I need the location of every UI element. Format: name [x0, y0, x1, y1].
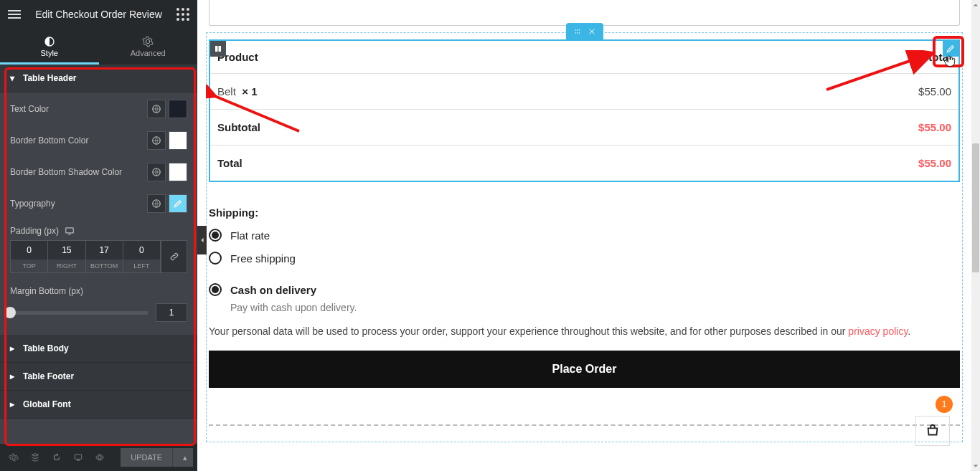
border-bottom-shadow-color-swatch[interactable]	[169, 163, 187, 181]
update-dropdown[interactable]: ▴	[172, 448, 193, 467]
global-color-icon[interactable]	[147, 131, 166, 150]
responsive-icon[interactable]	[65, 226, 75, 236]
apps-icon[interactable]	[174, 6, 192, 23]
tab-advanced-label: Advanced	[131, 49, 166, 57]
svg-point-2	[187, 8, 189, 11]
svg-rect-24	[215, 46, 218, 52]
radio-icon	[209, 229, 222, 242]
privacy-policy-link[interactable]: privacy policy	[848, 325, 908, 337]
checkout-order-review-widget[interactable]: Product Subtotal Belt × 1 $55.00 Subtota…	[209, 39, 960, 182]
radio-icon	[209, 252, 222, 265]
caret-down-icon: ▾	[10, 73, 17, 83]
history-icon[interactable]	[47, 448, 66, 467]
add-section-divider[interactable]	[209, 424, 960, 426]
svg-point-18	[575, 29, 576, 31]
cart-button[interactable]	[915, 416, 950, 446]
svg-point-8	[187, 18, 189, 21]
padding-link-toggle[interactable]	[161, 241, 187, 272]
svg-point-3	[176, 13, 179, 16]
section-table-header-content: Text Color Border Bottom Color Border Bo…	[0, 92, 197, 335]
sidebar-header: Edit Checkout Order Review	[0, 0, 197, 29]
shipping-flat-rate[interactable]: Flat rate	[209, 229, 960, 242]
opt-border-bottom-color: Border Bottom Color	[10, 131, 187, 150]
svg-point-23	[578, 32, 580, 34]
opt-border-bottom-shadow-color: Border Bottom Shadow Color	[10, 163, 187, 181]
scrollbar-thumb[interactable]	[972, 143, 979, 272]
padding-top-sub: TOP	[22, 260, 35, 272]
row-total: Total $55.00	[210, 146, 958, 181]
vertical-scrollbar[interactable]	[971, 0, 980, 471]
section-table-footer-label: Table Footer	[23, 371, 74, 381]
svg-rect-15	[68, 234, 71, 234]
section-table-header[interactable]: ▾ Table Header	[0, 65, 197, 92]
cart-badge: 1	[936, 396, 953, 413]
svg-point-7	[182, 18, 184, 21]
svg-point-22	[577, 32, 578, 34]
scroll-down-icon[interactable]	[971, 461, 980, 471]
border-bottom-color-swatch[interactable]	[169, 131, 187, 150]
svg-point-19	[577, 29, 578, 31]
typography-edit-button[interactable]	[169, 194, 187, 213]
shipping-free-label: Free shipping	[230, 252, 296, 265]
slider-thumb[interactable]	[4, 307, 16, 318]
caret-right-icon: ▸	[10, 343, 17, 353]
section-global-font-label: Global Font	[23, 399, 71, 409]
padding-top-input[interactable]	[11, 241, 47, 260]
global-color-icon[interactable]	[147, 100, 166, 118]
sidebar-collapse-handle[interactable]	[197, 226, 207, 254]
close-icon[interactable]	[588, 27, 596, 36]
navigator-icon[interactable]	[26, 448, 44, 467]
subtotal-label: Subtotal	[210, 110, 585, 146]
order-review-table: Product Subtotal Belt × 1 $55.00 Subtota…	[210, 41, 958, 181]
section-table-body[interactable]: ▸ Table Body	[0, 335, 197, 363]
padding-left-input[interactable]	[123, 241, 160, 260]
preview-icon[interactable]	[90, 448, 109, 467]
svg-rect-16	[75, 455, 81, 459]
th-subtotal: Subtotal	[585, 41, 959, 74]
tab-advanced[interactable]: Advanced	[99, 29, 198, 65]
settings-icon[interactable]	[4, 448, 23, 467]
item-price: $55.00	[585, 74, 959, 110]
global-color-icon[interactable]	[147, 163, 166, 181]
margin-bottom-slider[interactable]	[10, 311, 149, 315]
sidebar-body: ▾ Table Header Text Color Border Bottom …	[0, 65, 197, 444]
shipping-free[interactable]: Free shipping	[209, 252, 960, 265]
row-subtotal: Subtotal $55.00	[210, 110, 958, 146]
svg-point-1	[182, 8, 184, 11]
column-handle-icon[interactable]	[210, 41, 226, 57]
menu-icon[interactable]	[6, 6, 23, 23]
editor-canvas: Product Subtotal Belt × 1 $55.00 Subtota…	[197, 0, 971, 471]
section-global-font[interactable]: ▸ Global Font	[0, 391, 197, 419]
margin-bottom-value[interactable]	[156, 303, 187, 322]
scroll-up-icon[interactable]	[971, 0, 980, 10]
payment-cod-desc: Pay with cash upon delivery.	[230, 302, 960, 313]
text-color-swatch[interactable]	[169, 100, 187, 118]
padding-right-sub: RIGHT	[57, 260, 77, 272]
floating-cart: 1	[915, 391, 950, 446]
svg-point-5	[187, 13, 189, 16]
shipping-title: Shipping:	[209, 206, 960, 219]
padding-bottom-input[interactable]	[86, 241, 123, 260]
editor-sidebar: Edit Checkout Order Review Style Advance…	[0, 0, 197, 471]
tab-style[interactable]: Style	[0, 29, 99, 65]
svg-point-21	[575, 32, 576, 34]
update-button[interactable]: UPDATE	[121, 448, 172, 467]
place-order-button[interactable]: Place Order	[209, 351, 960, 388]
tab-style-label: Style	[41, 49, 58, 57]
padding-left-sub: LEFT	[133, 260, 149, 272]
below-order: Shipping: Flat rate Free shipping Cash o…	[209, 206, 960, 388]
payment-cod-label: Cash on delivery	[230, 284, 316, 296]
global-typography-icon[interactable]	[147, 194, 166, 213]
opt-text-color-label: Text Color	[10, 104, 49, 114]
section-handle[interactable]	[566, 23, 603, 40]
item-qty: × 1	[242, 85, 257, 97]
svg-rect-14	[66, 228, 74, 233]
payment-cod[interactable]: Cash on delivery	[209, 283, 960, 296]
svg-rect-25	[219, 46, 222, 52]
item-name: Belt	[217, 85, 236, 97]
textarea-bottom-edge[interactable]	[209, 0, 960, 26]
padding-right-input[interactable]	[48, 241, 85, 260]
responsive-mode-icon[interactable]	[69, 448, 88, 467]
subtotal-value: $55.00	[585, 110, 959, 146]
section-table-footer[interactable]: ▸ Table Footer	[0, 363, 197, 391]
